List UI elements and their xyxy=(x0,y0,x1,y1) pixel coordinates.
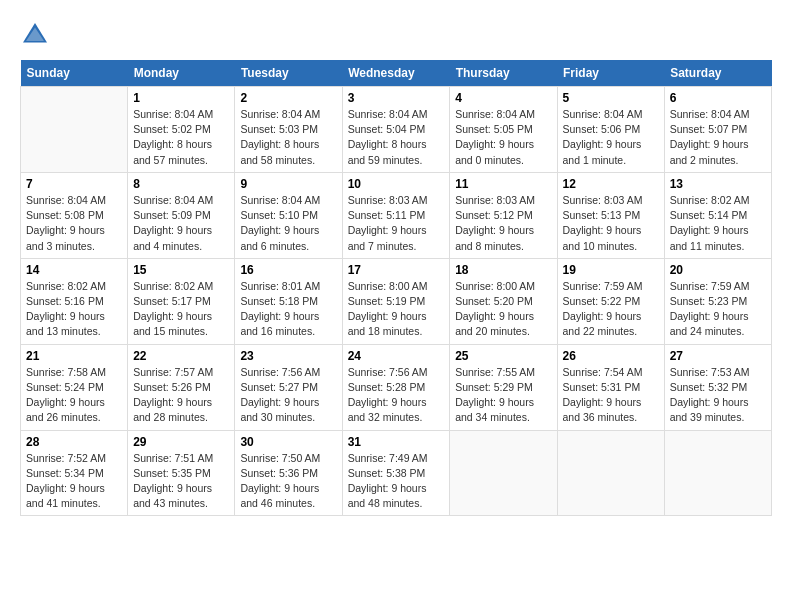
day-cell: 8Sunrise: 8:04 AMSunset: 5:09 PMDaylight… xyxy=(128,172,235,258)
day-info: Sunrise: 7:54 AMSunset: 5:31 PMDaylight:… xyxy=(563,365,659,426)
day-cell: 28Sunrise: 7:52 AMSunset: 5:34 PMDayligh… xyxy=(21,430,128,516)
day-cell: 22Sunrise: 7:57 AMSunset: 5:26 PMDayligh… xyxy=(128,344,235,430)
logo-icon xyxy=(20,20,50,50)
day-number: 27 xyxy=(670,349,766,363)
day-number: 15 xyxy=(133,263,229,277)
day-number: 10 xyxy=(348,177,445,191)
day-cell: 21Sunrise: 7:58 AMSunset: 5:24 PMDayligh… xyxy=(21,344,128,430)
day-cell: 12Sunrise: 8:03 AMSunset: 5:13 PMDayligh… xyxy=(557,172,664,258)
day-number: 4 xyxy=(455,91,551,105)
day-cell: 19Sunrise: 7:59 AMSunset: 5:22 PMDayligh… xyxy=(557,258,664,344)
day-info: Sunrise: 8:02 AMSunset: 5:17 PMDaylight:… xyxy=(133,279,229,340)
day-cell: 29Sunrise: 7:51 AMSunset: 5:35 PMDayligh… xyxy=(128,430,235,516)
day-number: 13 xyxy=(670,177,766,191)
day-cell: 5Sunrise: 8:04 AMSunset: 5:06 PMDaylight… xyxy=(557,87,664,173)
week-row-3: 14Sunrise: 8:02 AMSunset: 5:16 PMDayligh… xyxy=(21,258,772,344)
day-cell xyxy=(450,430,557,516)
day-info: Sunrise: 7:52 AMSunset: 5:34 PMDaylight:… xyxy=(26,451,122,512)
page-header xyxy=(20,20,772,50)
day-number: 8 xyxy=(133,177,229,191)
day-info: Sunrise: 7:59 AMSunset: 5:22 PMDaylight:… xyxy=(563,279,659,340)
day-info: Sunrise: 8:03 AMSunset: 5:11 PMDaylight:… xyxy=(348,193,445,254)
day-number: 22 xyxy=(133,349,229,363)
day-cell: 27Sunrise: 7:53 AMSunset: 5:32 PMDayligh… xyxy=(664,344,771,430)
day-info: Sunrise: 8:02 AMSunset: 5:14 PMDaylight:… xyxy=(670,193,766,254)
day-number: 31 xyxy=(348,435,445,449)
day-number: 18 xyxy=(455,263,551,277)
logo xyxy=(20,20,56,50)
day-info: Sunrise: 7:58 AMSunset: 5:24 PMDaylight:… xyxy=(26,365,122,426)
day-info: Sunrise: 8:04 AMSunset: 5:04 PMDaylight:… xyxy=(348,107,445,168)
day-number: 12 xyxy=(563,177,659,191)
day-number: 1 xyxy=(133,91,229,105)
day-cell: 14Sunrise: 8:02 AMSunset: 5:16 PMDayligh… xyxy=(21,258,128,344)
day-cell: 23Sunrise: 7:56 AMSunset: 5:27 PMDayligh… xyxy=(235,344,342,430)
day-info: Sunrise: 8:04 AMSunset: 5:05 PMDaylight:… xyxy=(455,107,551,168)
day-cell: 7Sunrise: 8:04 AMSunset: 5:08 PMDaylight… xyxy=(21,172,128,258)
day-number: 6 xyxy=(670,91,766,105)
day-info: Sunrise: 8:04 AMSunset: 5:06 PMDaylight:… xyxy=(563,107,659,168)
day-number: 16 xyxy=(240,263,336,277)
day-header-thursday: Thursday xyxy=(450,60,557,87)
day-cell: 13Sunrise: 8:02 AMSunset: 5:14 PMDayligh… xyxy=(664,172,771,258)
day-cell: 30Sunrise: 7:50 AMSunset: 5:36 PMDayligh… xyxy=(235,430,342,516)
day-cell: 15Sunrise: 8:02 AMSunset: 5:17 PMDayligh… xyxy=(128,258,235,344)
day-info: Sunrise: 7:57 AMSunset: 5:26 PMDaylight:… xyxy=(133,365,229,426)
day-info: Sunrise: 7:56 AMSunset: 5:28 PMDaylight:… xyxy=(348,365,445,426)
day-cell: 17Sunrise: 8:00 AMSunset: 5:19 PMDayligh… xyxy=(342,258,450,344)
day-cell: 18Sunrise: 8:00 AMSunset: 5:20 PMDayligh… xyxy=(450,258,557,344)
day-header-monday: Monday xyxy=(128,60,235,87)
day-header-row: SundayMondayTuesdayWednesdayThursdayFrid… xyxy=(21,60,772,87)
day-number: 19 xyxy=(563,263,659,277)
day-cell: 1Sunrise: 8:04 AMSunset: 5:02 PMDaylight… xyxy=(128,87,235,173)
day-info: Sunrise: 7:49 AMSunset: 5:38 PMDaylight:… xyxy=(348,451,445,512)
day-cell: 2Sunrise: 8:04 AMSunset: 5:03 PMDaylight… xyxy=(235,87,342,173)
day-number: 7 xyxy=(26,177,122,191)
day-number: 2 xyxy=(240,91,336,105)
day-cell: 9Sunrise: 8:04 AMSunset: 5:10 PMDaylight… xyxy=(235,172,342,258)
day-cell: 10Sunrise: 8:03 AMSunset: 5:11 PMDayligh… xyxy=(342,172,450,258)
day-number: 24 xyxy=(348,349,445,363)
day-number: 20 xyxy=(670,263,766,277)
day-cell: 31Sunrise: 7:49 AMSunset: 5:38 PMDayligh… xyxy=(342,430,450,516)
day-info: Sunrise: 7:55 AMSunset: 5:29 PMDaylight:… xyxy=(455,365,551,426)
day-cell: 16Sunrise: 8:01 AMSunset: 5:18 PMDayligh… xyxy=(235,258,342,344)
day-header-saturday: Saturday xyxy=(664,60,771,87)
day-cell xyxy=(557,430,664,516)
day-number: 21 xyxy=(26,349,122,363)
day-header-wednesday: Wednesday xyxy=(342,60,450,87)
day-cell: 25Sunrise: 7:55 AMSunset: 5:29 PMDayligh… xyxy=(450,344,557,430)
day-info: Sunrise: 8:04 AMSunset: 5:07 PMDaylight:… xyxy=(670,107,766,168)
day-cell: 20Sunrise: 7:59 AMSunset: 5:23 PMDayligh… xyxy=(664,258,771,344)
day-number: 5 xyxy=(563,91,659,105)
day-cell xyxy=(664,430,771,516)
day-info: Sunrise: 7:51 AMSunset: 5:35 PMDaylight:… xyxy=(133,451,229,512)
day-cell: 26Sunrise: 7:54 AMSunset: 5:31 PMDayligh… xyxy=(557,344,664,430)
week-row-2: 7Sunrise: 8:04 AMSunset: 5:08 PMDaylight… xyxy=(21,172,772,258)
day-number: 11 xyxy=(455,177,551,191)
day-info: Sunrise: 7:50 AMSunset: 5:36 PMDaylight:… xyxy=(240,451,336,512)
day-cell: 24Sunrise: 7:56 AMSunset: 5:28 PMDayligh… xyxy=(342,344,450,430)
day-info: Sunrise: 8:02 AMSunset: 5:16 PMDaylight:… xyxy=(26,279,122,340)
day-info: Sunrise: 8:04 AMSunset: 5:03 PMDaylight:… xyxy=(240,107,336,168)
day-number: 26 xyxy=(563,349,659,363)
week-row-4: 21Sunrise: 7:58 AMSunset: 5:24 PMDayligh… xyxy=(21,344,772,430)
day-header-friday: Friday xyxy=(557,60,664,87)
day-number: 28 xyxy=(26,435,122,449)
day-cell: 3Sunrise: 8:04 AMSunset: 5:04 PMDaylight… xyxy=(342,87,450,173)
day-info: Sunrise: 8:03 AMSunset: 5:12 PMDaylight:… xyxy=(455,193,551,254)
day-number: 3 xyxy=(348,91,445,105)
day-info: Sunrise: 7:53 AMSunset: 5:32 PMDaylight:… xyxy=(670,365,766,426)
day-info: Sunrise: 8:04 AMSunset: 5:09 PMDaylight:… xyxy=(133,193,229,254)
calendar-table: SundayMondayTuesdayWednesdayThursdayFrid… xyxy=(20,60,772,516)
day-info: Sunrise: 8:04 AMSunset: 5:10 PMDaylight:… xyxy=(240,193,336,254)
week-row-1: 1Sunrise: 8:04 AMSunset: 5:02 PMDaylight… xyxy=(21,87,772,173)
day-info: Sunrise: 8:00 AMSunset: 5:20 PMDaylight:… xyxy=(455,279,551,340)
day-cell: 11Sunrise: 8:03 AMSunset: 5:12 PMDayligh… xyxy=(450,172,557,258)
day-cell xyxy=(21,87,128,173)
day-header-tuesday: Tuesday xyxy=(235,60,342,87)
day-info: Sunrise: 8:04 AMSunset: 5:02 PMDaylight:… xyxy=(133,107,229,168)
day-info: Sunrise: 8:00 AMSunset: 5:19 PMDaylight:… xyxy=(348,279,445,340)
day-header-sunday: Sunday xyxy=(21,60,128,87)
day-number: 30 xyxy=(240,435,336,449)
